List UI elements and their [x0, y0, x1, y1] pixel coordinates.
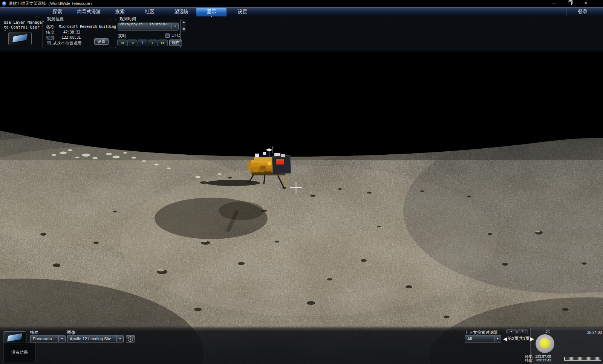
map-icon — [12, 34, 28, 42]
minimize-icon — [552, 3, 556, 3]
restore-button[interactable] — [563, 0, 577, 6]
context-filter-value: All — [467, 335, 472, 342]
rewind-button[interactable]: ◀◀ — [117, 40, 127, 46]
view-ribbon: Use Layer Manager to Control User Guide … — [0, 17, 603, 52]
map-icon — [7, 333, 22, 341]
plus-icon: + — [181, 20, 186, 26]
page-indicator: 第2页共1页 — [507, 336, 530, 341]
compass-core — [540, 338, 550, 348]
tab-community[interactable]: 社区 — [141, 7, 158, 17]
realtime-label: 实时 — [118, 33, 126, 39]
close-button[interactable]: × — [579, 0, 592, 6]
tab-explore[interactable]: 探索 — [49, 7, 66, 17]
tab-search[interactable]: 搜索 — [112, 7, 128, 17]
dropdown-arrow-icon[interactable]: ▼ — [116, 335, 123, 342]
dropdown-arrow-icon[interactable]: ▼ — [494, 335, 501, 342]
info-icon: i — [128, 337, 133, 342]
latitude-value: 47:38:32 — [63, 30, 80, 34]
menu-divider — [566, 8, 566, 16]
minimize-button[interactable] — [547, 0, 561, 6]
context-filter-label: 上下文搜索过滤器 — [465, 330, 498, 335]
no-results-box: 没有结果 — [3, 343, 36, 362]
previous-page-icon[interactable]: ◀ — [503, 335, 507, 342]
collapse-letter: E — [181, 26, 186, 32]
datetime-picker[interactable]: 2016/03/15 15:06:02 ▼ — [118, 23, 179, 30]
north-label: 北 — [544, 329, 551, 334]
observing-time-title: 观测时间 — [118, 17, 138, 21]
tab-view-active[interactable]: 显示 ▼ — [196, 7, 227, 17]
imagery-dropdown[interactable]: Apollo 12 Landing Site ▼ — [67, 335, 124, 343]
pagination: ◀ 第2页共1页 ▶ — [503, 335, 534, 342]
observing-location-group: 观测位置 名称: Microsoft Research Building 纬度:… — [43, 19, 111, 48]
imagery-value: Apollo 12 Landing Site — [70, 335, 111, 342]
now-button[interactable]: 现在 — [169, 40, 182, 46]
cursor-coordinates: 经度:133:57:05 纬度:+09:23:42 — [525, 355, 551, 362]
datetime-value: 2016/03/15 15:06:02 — [120, 23, 167, 27]
panel-collapse-tab[interactable]: + E — [181, 20, 186, 32]
next-page-icon[interactable]: ▶ — [530, 335, 534, 342]
tab-guided-tours[interactable]: 向导式漫游 — [73, 7, 105, 17]
dropdown-arrow-icon[interactable]: ▼ — [171, 23, 178, 29]
play-button[interactable]: ▶ — [148, 40, 158, 46]
longitude-value: -122:08:31 — [60, 35, 81, 40]
clock-readout: 38:24:00 — [587, 330, 602, 335]
dropdown-arrow-icon[interactable]: ▼ — [58, 335, 65, 342]
utc-checkbox[interactable] — [165, 34, 170, 38]
app-icon — [2, 2, 6, 6]
name-label: 名称: — [46, 24, 55, 30]
login-button[interactable]: 登录 — [569, 7, 596, 17]
imagery-label: 图像 — [67, 330, 75, 335]
view-from-location-label: 从这个位置观看 — [53, 41, 82, 46]
pointing-value: Panorama — [33, 335, 52, 342]
latitude-label: 纬度: — [46, 30, 55, 35]
tab-telescope[interactable]: 望远镜 — [170, 7, 192, 17]
cursor-lat-label: 纬度: — [525, 358, 535, 362]
view-from-location-checkbox[interactable] — [47, 41, 51, 45]
cursor-lat-value: +09:23:42 — [535, 358, 551, 362]
restore-icon — [568, 2, 572, 5]
pause-button[interactable]: ‖ — [138, 40, 147, 46]
moon-panorama-view[interactable] — [0, 52, 603, 364]
step-back-button[interactable]: ◀ — [127, 40, 137, 46]
info-button[interactable]: i — [126, 335, 135, 343]
pointing-label: 指向 — [30, 330, 38, 335]
fov-scale-bar — [564, 357, 601, 361]
observing-location-title: 观测位置 — [46, 17, 65, 21]
observing-time-group: 观测时间 2016/03/15 15:06:02 ▼ 实时 UTC ◀◀ ◀ ‖… — [115, 19, 181, 48]
location-name-value: Microsoft Research Building — [59, 24, 116, 29]
fast-forward-button[interactable]: ▶▶ — [158, 40, 168, 46]
status-bar: 没有结果 指向 Panorama ▼ 图像 Apollo 12 Landing … — [0, 326, 603, 364]
utc-label: UTC — [171, 33, 180, 38]
window-title: 微软万维天文望远镜（WorldWide Telescope） — [9, 0, 94, 7]
pointing-dropdown[interactable]: Panorama ▼ — [30, 335, 66, 343]
tab-settings[interactable]: 设置 — [234, 7, 251, 17]
layer-manager-hint: Use Layer Manager to Control User Guide — [4, 20, 44, 31]
context-filter-dropdown[interactable]: All ▼ — [465, 335, 501, 343]
menu-bar: 探索 向导式漫游 搜索 社区 望远镜 显示 ▼ 设置 登录 — [0, 7, 603, 17]
tab-view-label: 显示 — [207, 9, 216, 14]
scroll-up-button[interactable]: ▲ — [506, 329, 517, 334]
longitude-label: 经度: — [46, 35, 55, 41]
setup-button[interactable]: 设置 — [94, 38, 109, 45]
scroll-down-button[interactable]: ▼ — [517, 329, 528, 334]
location-thumbnail[interactable] — [8, 32, 32, 45]
compass-indicator — [536, 334, 554, 353]
title-bar: 微软万维天文望远镜（WorldWide Telescope） × — [0, 0, 603, 7]
